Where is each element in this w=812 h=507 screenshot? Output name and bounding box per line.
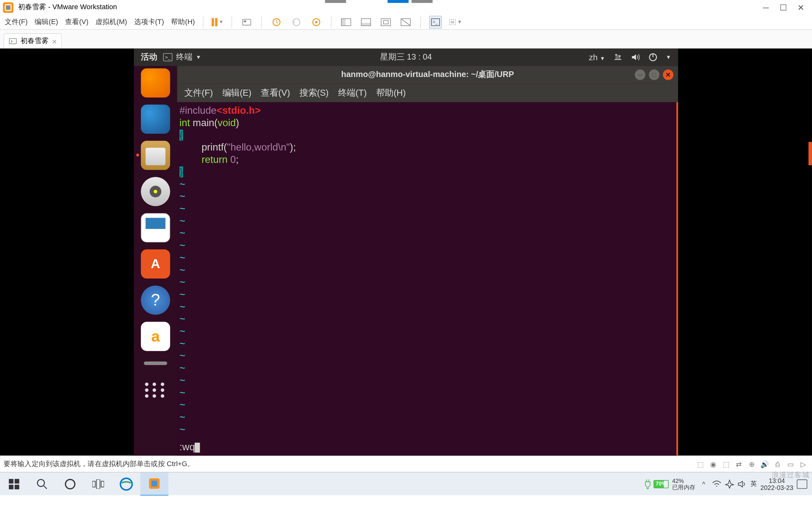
vm-tab-icon [9, 37, 17, 45]
close-button[interactable]: ✕ [798, 4, 804, 11]
stretch-icon[interactable]: ▼ [449, 15, 462, 29]
dock-amazon-icon[interactable]: a [141, 322, 170, 351]
dock-writer-icon[interactable] [141, 213, 170, 242]
svg-point-22 [619, 55, 621, 57]
dock-files-icon[interactable] [141, 141, 170, 170]
wifi-icon[interactable] [712, 479, 721, 488]
scrollbar-indicator[interactable] [809, 142, 812, 165]
term-menu-search[interactable]: 搜索(S) [299, 88, 328, 99]
code-text: ) [236, 117, 239, 128]
terminal-close-button[interactable]: ✕ [663, 69, 673, 80]
term-menu-help[interactable]: 帮助(H) [376, 88, 406, 99]
tab-close-icon[interactable]: × [52, 37, 57, 46]
battery-indicator[interactable]: 70% [644, 478, 668, 490]
airplane-icon[interactable] [725, 479, 734, 488]
fullscreen-toggle-icon[interactable] [360, 15, 373, 29]
search-button[interactable] [28, 472, 56, 496]
hdd-icon[interactable]: ⬚ [695, 459, 705, 469]
vim-tilde: ~ [180, 337, 674, 350]
dock-thunderbird-icon[interactable] [141, 105, 170, 134]
vmware-taskbar-button[interactable] [140, 472, 168, 496]
volume-icon[interactable] [631, 53, 640, 62]
dock-rhythmbox-icon[interactable] [141, 177, 170, 206]
code-text: printf( [180, 142, 227, 153]
notification-button[interactable] [797, 479, 807, 488]
ubuntu-dock: ? a [134, 66, 177, 455]
memory-indicator[interactable]: 42% 已用内存 [672, 477, 696, 491]
vmware-logo-icon [3, 2, 13, 12]
term-menu-file[interactable]: 文件(F) [184, 88, 213, 99]
vim-tilde: ~ [180, 203, 674, 215]
code-text: ; [236, 154, 239, 165]
vim-tilde: ~ [180, 239, 674, 252]
terminal-maximize-button[interactable]: □ [649, 69, 659, 80]
menu-vm[interactable]: 虚拟机(M) [96, 17, 127, 26]
datetime-label[interactable]: 星期三 13 : 04 [380, 52, 432, 62]
ime-button[interactable]: 英 [751, 480, 757, 488]
network-adapter-icon[interactable]: ⇄ [734, 459, 744, 469]
vm-display-area[interactable]: 活动 >_ 终端 ▼ 星期三 13 : 04 zh ▼ ▼ ? [0, 49, 812, 456]
vm-tab[interactable]: 初春雪雾 × [3, 33, 62, 49]
dock-software-icon[interactable] [141, 249, 170, 279]
memory-pct: 42% [672, 477, 696, 484]
menu-help[interactable]: 帮助(H) [171, 17, 195, 26]
maximize-button[interactable]: ☐ [780, 4, 787, 11]
revert-snapshot-icon[interactable] [290, 15, 303, 29]
menu-edit[interactable]: 编辑(E) [35, 17, 58, 26]
cd-icon[interactable]: ◉ [708, 459, 718, 469]
system-menu-arrow-icon[interactable]: ▼ [666, 54, 671, 60]
printer-icon[interactable]: ⎙ [772, 459, 783, 469]
cortana-button[interactable] [56, 472, 84, 496]
cursor-icon [195, 443, 200, 452]
display-icon[interactable]: ▭ [785, 459, 796, 469]
menu-view[interactable]: 查看(V) [65, 17, 89, 26]
dock-show-apps-icon[interactable] [141, 376, 170, 405]
terminal-titlebar[interactable]: hanmo@hanmo-virtual-machine: ~/桌面/URP ─ … [177, 66, 678, 83]
edge-button[interactable] [112, 472, 140, 496]
tray-volume-icon[interactable] [738, 479, 747, 488]
term-menu-terminal[interactable]: 终端(T) [338, 88, 367, 99]
ime-indicator[interactable]: zh ▼ [589, 53, 605, 62]
usb-icon[interactable]: ⊕ [747, 459, 757, 469]
power-icon[interactable] [648, 53, 658, 62]
fit-guest-icon[interactable] [340, 15, 353, 29]
window-title: 初春雪雾 - VMware Workstation [18, 2, 117, 12]
message-icon[interactable]: ▷ [798, 459, 809, 469]
dock-help-icon[interactable]: ? [141, 285, 170, 315]
console-view-icon[interactable]: >_ [429, 15, 442, 29]
sound-icon[interactable]: 🔊 [759, 459, 770, 469]
power-plug-icon [644, 478, 651, 490]
svg-point-21 [615, 54, 617, 56]
app-indicator[interactable]: >_ 终端 ▼ [163, 52, 201, 62]
menu-file[interactable]: 文件(F) [5, 17, 28, 26]
dock-firefox-icon[interactable] [141, 68, 170, 98]
vim-tilde: ~ [180, 215, 674, 227]
manage-snapshot-icon[interactable] [310, 15, 323, 29]
unity-icon[interactable] [380, 15, 393, 29]
floppy-icon[interactable]: ⬚ [721, 459, 731, 469]
send-ctrlaltdel-icon[interactable] [241, 15, 253, 29]
taskview-button[interactable] [84, 472, 112, 496]
vim-tilde: ~ [180, 313, 674, 326]
code-text: ( [214, 117, 217, 128]
minimize-button[interactable]: ─ [762, 4, 769, 11]
snapshot-icon[interactable] [270, 15, 283, 29]
ubuntu-desktop: 活动 >_ 终端 ▼ 星期三 13 : 04 zh ▼ ▼ ? [134, 49, 678, 456]
code-text: { [180, 130, 183, 141]
exclusive-icon[interactable] [399, 15, 412, 29]
code-text: main [193, 117, 214, 128]
clock-date: 2022-03-23 [760, 484, 793, 491]
terminal-body[interactable]: #include<stdio.h> int main(void) { print… [177, 102, 678, 456]
menu-tabs[interactable]: 选项卡(T) [134, 17, 164, 26]
code-text: "hello,world\n" [227, 142, 290, 153]
svg-rect-11 [361, 22, 370, 25]
start-button[interactable] [0, 472, 28, 496]
activities-button[interactable]: 活动 [141, 52, 157, 62]
vim-tilde: ~ [180, 387, 674, 399]
tray-expand-icon[interactable]: ^ [699, 479, 708, 488]
network-icon[interactable] [613, 53, 622, 62]
pause-vm-button[interactable]: ▼ [212, 18, 223, 26]
term-menu-view[interactable]: 查看(V) [261, 88, 290, 99]
terminal-minimize-button[interactable]: ─ [635, 69, 645, 80]
term-menu-edit[interactable]: 编辑(E) [222, 88, 252, 99]
